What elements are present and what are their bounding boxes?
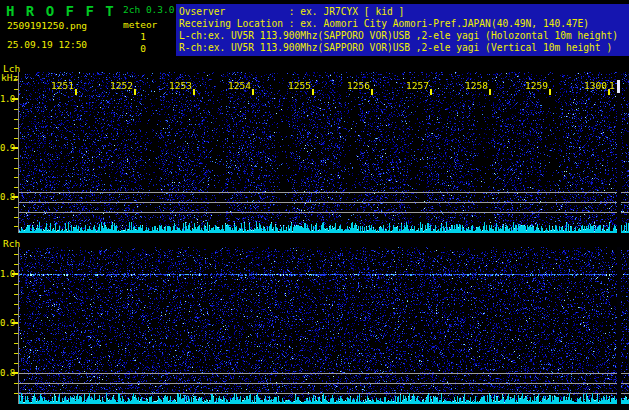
freq-minor-tick	[14, 314, 18, 315]
time-tick	[430, 89, 432, 95]
time-label: 1255	[287, 80, 311, 91]
freq-minor-tick	[14, 128, 18, 129]
freq-minor-tick	[14, 343, 18, 344]
freq-minor-tick	[14, 254, 18, 255]
freq-minor-tick	[14, 158, 18, 159]
time-label: 1254	[227, 80, 251, 91]
freq-minor-tick	[14, 79, 18, 80]
lch-spectrogram-panel	[19, 72, 629, 233]
echo-count-long: 1	[100, 31, 146, 42]
observer-info-box: Ovserver : ex. JR7CYX [ kid ] Receiving …	[176, 4, 629, 56]
freq-minor-tick	[14, 217, 18, 218]
time-label: 1258	[464, 80, 488, 91]
time-label: 1256	[346, 80, 370, 91]
time-label: 1251	[50, 80, 74, 91]
location-line: Receiving Location : ex. Aomori City Aom…	[179, 18, 629, 30]
app-title: H R O F F T	[6, 3, 115, 19]
freq-tick-label: 0.9	[0, 143, 14, 153]
freq-tick-label: 0.9	[0, 318, 14, 328]
time-tick	[489, 89, 491, 95]
lch-rig-line: L-ch:ex. UV5R 113.900Mhz(SAPPORO VOR)USB…	[179, 30, 629, 42]
freq-minor-tick	[14, 304, 18, 305]
freq-minor-tick	[14, 207, 18, 208]
freq-tick-label: 1.0	[0, 94, 14, 104]
freq-minor-tick	[14, 109, 18, 110]
rch-axis-border	[18, 247, 19, 404]
time-label: 1252	[109, 80, 133, 91]
freq-minor-tick	[14, 119, 18, 120]
freq-tick-label: 0.8	[0, 192, 14, 202]
freq-minor-tick	[14, 353, 18, 354]
freq-minor-tick	[14, 264, 18, 265]
lch-axis-border	[18, 72, 19, 233]
freq-minor-tick	[14, 226, 18, 227]
rch-rig-line: R-ch:ex. UV5R 113.900Mhz(SAPPORO VOR)USB…	[179, 42, 629, 54]
date-time: 25.09.19 12:50	[7, 39, 87, 50]
khz-unit-label: kHz	[1, 72, 18, 83]
freq-tick-label: 0.8	[0, 368, 14, 378]
rch-spectrogram-panel	[19, 247, 629, 404]
time-tick	[371, 89, 373, 95]
freq-tick-label: 1.0	[0, 269, 14, 279]
freq-minor-tick	[14, 333, 18, 334]
time-tick	[193, 89, 195, 95]
time-label: 1253	[168, 80, 192, 91]
output-filename: 2509191250.png	[7, 20, 87, 31]
time-tick	[75, 89, 77, 95]
time-label: 1257	[405, 80, 429, 91]
freq-minor-tick	[14, 363, 18, 364]
freq-minor-tick	[14, 284, 18, 285]
time-label: 1300	[583, 80, 607, 91]
freq-minor-tick	[14, 187, 18, 188]
mode-label: meteor	[123, 19, 157, 30]
time-tick	[134, 89, 136, 95]
freq-minor-tick	[14, 294, 18, 295]
time-label: 1259	[524, 80, 548, 91]
observer-line: Ovserver : ex. JR7CYX [ kid ]	[179, 6, 629, 18]
time-tick	[312, 89, 314, 95]
app-version: 2ch 0.3.0	[123, 4, 174, 15]
freq-minor-tick	[14, 168, 18, 169]
freq-minor-tick	[14, 383, 18, 384]
hrofft-window: H R O F F T 2ch 0.3.0 2509191250.png met…	[0, 0, 629, 410]
time-tick	[252, 89, 254, 95]
time-tick	[549, 89, 551, 95]
time-label-partial: 1	[609, 80, 617, 91]
freq-minor-tick	[14, 138, 18, 139]
lch-spectrogram	[19, 72, 629, 233]
echo-count-short: 0	[100, 43, 146, 54]
freq-minor-tick	[14, 393, 18, 394]
freq-minor-tick	[14, 177, 18, 178]
rch-spectrogram	[19, 247, 629, 404]
freq-minor-tick	[14, 89, 18, 90]
